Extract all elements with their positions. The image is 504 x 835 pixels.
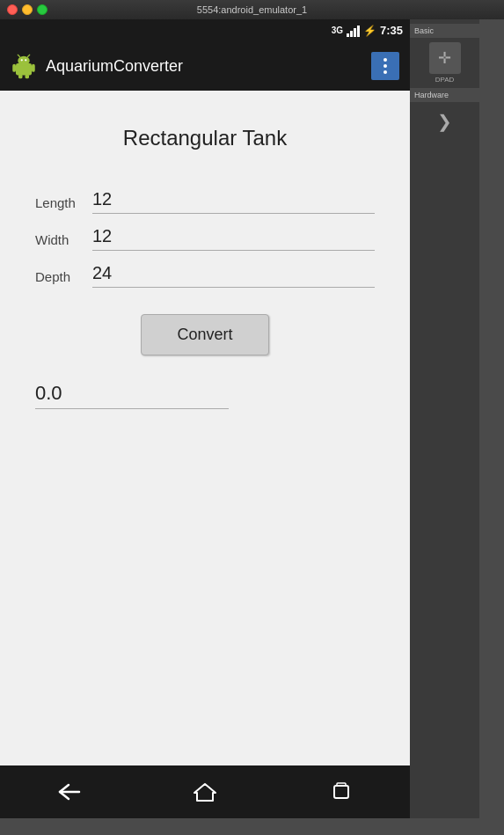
signal-bar-1: [347, 33, 349, 37]
dpad-icon[interactable]: ✛: [429, 42, 461, 74]
svg-line-4: [18, 55, 19, 56]
dpad-label: DPAD: [435, 76, 455, 84]
nav-home-button[interactable]: [193, 781, 217, 802]
mac-window-controls: [7, 4, 47, 15]
mac-titlebar: 5554:android_emulator_1: [0, 0, 504, 19]
emulator-frame: 3G ⚡ 7:35: [0, 19, 479, 818]
hardware-section-label: Hardware: [410, 88, 479, 102]
length-input[interactable]: [92, 186, 375, 214]
three-dots-icon: [383, 58, 387, 74]
svg-rect-6: [12, 64, 16, 72]
svg-marker-11: [194, 784, 215, 801]
status-bar: 3G ⚡ 7:35: [0, 19, 410, 41]
width-input[interactable]: [92, 223, 375, 251]
convert-button[interactable]: Convert: [141, 314, 268, 355]
home-icon: [193, 781, 217, 802]
result-value: 0.0: [35, 382, 229, 409]
overflow-menu-button[interactable]: [371, 52, 399, 80]
svg-point-2: [21, 59, 23, 61]
mac-maximize-button[interactable]: [37, 4, 47, 15]
depth-label: Depth: [35, 269, 84, 288]
signal-bar-3: [354, 28, 356, 37]
signal-bars: [347, 25, 360, 37]
depth-input[interactable]: [92, 260, 375, 288]
length-row: Length: [35, 186, 375, 214]
battery-icon: ⚡: [363, 25, 376, 37]
nav-recents-button[interactable]: [329, 781, 354, 802]
app-bar-title: AquariumConverter: [46, 57, 183, 76]
svg-point-3: [25, 59, 26, 61]
svg-rect-7: [32, 64, 35, 72]
network-indicator: 3G: [332, 26, 343, 35]
window-title: 5554:android_emulator_1: [197, 4, 307, 15]
form-section: Length Width Depth: [26, 186, 383, 288]
sidebar-scroll-down[interactable]: ❯: [437, 111, 452, 132]
svg-rect-12: [334, 786, 348, 798]
width-label: Width: [35, 232, 84, 251]
dpad-control: ✛ DPAD: [410, 38, 479, 88]
app-bar: AquariumConverter: [0, 41, 410, 91]
svg-rect-9: [26, 74, 30, 78]
svg-line-5: [28, 55, 30, 56]
svg-rect-13: [337, 783, 346, 786]
svg-point-1: [18, 56, 30, 66]
depth-row: Depth: [35, 260, 375, 288]
basic-section-label: Basic: [410, 24, 479, 38]
width-row: Width: [35, 223, 375, 251]
recents-icon: [329, 781, 354, 802]
mac-minimize-button[interactable]: [22, 4, 33, 15]
signal-bar-4: [357, 26, 360, 37]
main-content: Rectangular Tank Length Width Depth: [0, 91, 410, 765]
nav-bar: [0, 765, 410, 818]
android-logo-icon: [11, 53, 37, 79]
back-arrow-icon: [56, 781, 81, 802]
length-label: Length: [35, 195, 84, 214]
signal-bar-2: [350, 31, 353, 37]
mac-close-button[interactable]: [7, 4, 18, 15]
result-section: 0.0: [26, 382, 383, 409]
status-time: 7:35: [380, 24, 403, 37]
svg-rect-8: [18, 74, 23, 78]
page-title: Rectangular Tank: [123, 126, 287, 150]
app-bar-left: AquariumConverter: [11, 53, 183, 79]
emulator-sidebar: Basic ✛ DPAD Hardware ❯: [410, 19, 479, 818]
nav-back-button[interactable]: [56, 781, 81, 802]
phone-screen: 3G ⚡ 7:35: [0, 19, 410, 818]
